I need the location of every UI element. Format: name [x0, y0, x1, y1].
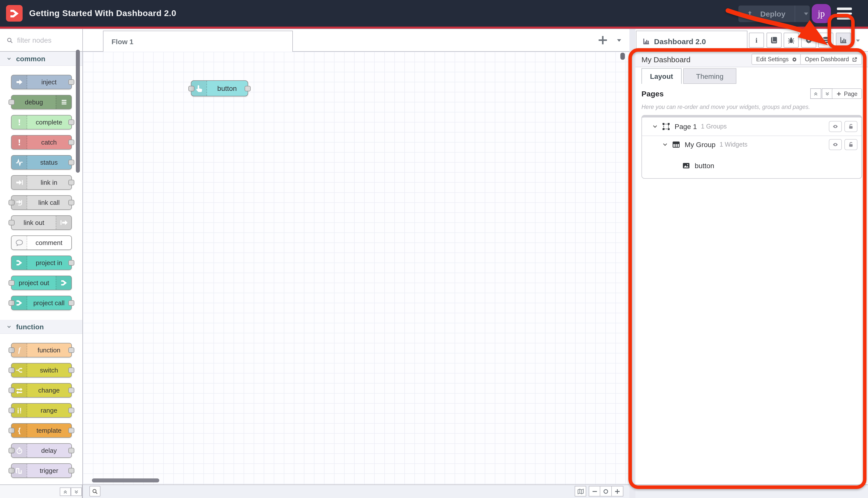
svg-text:{: { [18, 427, 21, 434]
lock-toggle-button[interactable] [844, 121, 857, 132]
zoom-out-button[interactable] [589, 486, 600, 497]
node-output-port [68, 408, 74, 413]
palette-node-label: link in [27, 176, 71, 189]
palette-node-project-in[interactable]: project in [11, 255, 72, 270]
palette-node-delay[interactable]: delay [11, 443, 72, 458]
zoom-in-button[interactable] [612, 486, 623, 497]
tree-row-page-1[interactable]: Page 11 Groups [642, 117, 861, 136]
palette-node-label: inject [27, 75, 71, 89]
palette-node-range[interactable]: range [11, 403, 72, 418]
add-page-button[interactable]: Page [832, 88, 862, 99]
sidebar-menu-caret[interactable] [855, 38, 861, 44]
arrow-right-icon [15, 78, 23, 86]
chart-icon [839, 36, 847, 44]
palette-scroll-area[interactable]: commoninjectdebugcompletecatchstatuslink… [0, 52, 82, 484]
palette-node-label: link out [12, 216, 56, 230]
palette-node-template[interactable]: {template [11, 423, 72, 438]
chevron-down-icon[interactable] [662, 142, 668, 148]
sidebar-tool-bug[interactable] [783, 32, 799, 48]
layout-tree: Page 11 GroupsMy Group1 Widgetsbutton [642, 115, 862, 179]
sidebar-splitter[interactable] [630, 29, 635, 498]
user-avatar[interactable]: jp [812, 4, 831, 23]
sidebar-tool-layers[interactable] [818, 32, 833, 48]
palette-node-switch[interactable]: switch [11, 363, 72, 378]
palette-expand-all-button[interactable] [71, 487, 82, 496]
node-icon-region [12, 116, 27, 129]
pages-heading: Pages [642, 89, 663, 98]
node-icon-region [12, 404, 27, 417]
visibility-toggle-button[interactable] [829, 121, 842, 132]
palette-node-link-out[interactable]: link out [11, 215, 72, 230]
open-dashboard-button[interactable]: Open Dashboard [801, 54, 862, 65]
palette-node-catch[interactable]: catch [11, 135, 72, 149]
caret-down-icon[interactable] [803, 10, 810, 17]
sidebar-tool-book[interactable] [766, 32, 781, 48]
main-menu-button[interactable] [837, 8, 852, 19]
palette-node-status[interactable]: status [11, 155, 72, 170]
sidebar-tool-chart[interactable] [835, 32, 851, 48]
sidebar-tool-gear[interactable] [801, 32, 816, 48]
plus-icon [837, 91, 841, 96]
minimap-button[interactable] [575, 486, 586, 497]
tree-row-my-group[interactable]: My Group1 Widgets [642, 136, 861, 153]
palette-node-comment[interactable]: comment [11, 235, 72, 250]
palette-node-inject[interactable]: inject [11, 75, 72, 89]
palette-node-link-call[interactable]: link call [11, 195, 72, 210]
deploy-button[interactable]: Deploy [738, 5, 810, 22]
palette-node-trigger[interactable]: trigger [11, 463, 72, 478]
node-output-port [68, 428, 74, 433]
palette-category-function[interactable]: function [0, 320, 82, 334]
sidebar-tab-dashboard[interactable]: Dashboard 2.0 [636, 31, 748, 52]
tab-theming[interactable]: Theming [683, 68, 736, 84]
layers-icon [822, 36, 830, 44]
tree-row-button[interactable]: button [642, 153, 861, 178]
canvas-horizontal-scrollbar[interactable] [92, 479, 159, 482]
palette-node-label: project out [12, 276, 56, 290]
node-icon-region [12, 75, 27, 89]
edit-settings-button[interactable]: Edit Settings [752, 54, 802, 65]
hand-pointer-icon [195, 84, 203, 93]
node-output-port [68, 468, 74, 473]
button-node[interactable]: button [191, 80, 248, 96]
minus-icon [592, 488, 597, 494]
node-icon-region [12, 256, 27, 270]
brace-icon: { [15, 427, 23, 434]
move-page-up-button[interactable] [810, 88, 821, 99]
palette-node-function[interactable]: ffunction [11, 343, 72, 357]
chevron-down-icon[interactable] [652, 123, 658, 130]
pages-description: Here you can re-order and move your widg… [642, 104, 810, 110]
palette-category-common[interactable]: common [0, 52, 82, 66]
node-icon-region [191, 81, 207, 96]
palette-node-label: complete [27, 116, 71, 129]
search-flows-button[interactable] [89, 486, 101, 497]
palette-scrollbar[interactable] [76, 50, 80, 173]
palette-node-complete[interactable]: complete [11, 115, 72, 130]
node-output-port[interactable] [245, 86, 251, 91]
tree-item-meta: 1 Widgets [720, 141, 748, 148]
canvas-footer [83, 484, 630, 498]
canvas-vertical-scrollbar[interactable] [620, 53, 625, 60]
palette-node-change[interactable]: change [11, 383, 72, 397]
tab-layout[interactable]: Layout [642, 68, 682, 84]
flow-list-button[interactable] [616, 37, 622, 44]
move-page-down-button[interactable] [822, 88, 833, 99]
tree-item-label: My Group [685, 141, 715, 148]
zoom-reset-button[interactable] [600, 486, 612, 497]
palette-node-debug[interactable]: debug [11, 95, 72, 109]
flow-tab[interactable]: Flow 1 [103, 31, 293, 52]
sidebar-tab-label: Dashboard 2.0 [654, 37, 706, 46]
palette-node-label: status [27, 156, 71, 169]
lock-toggle-button[interactable] [844, 139, 857, 150]
filter-nodes-input[interactable] [16, 36, 73, 45]
palette-node-link-in[interactable]: link in [11, 175, 72, 190]
add-flow-button[interactable] [597, 35, 608, 46]
palette-collapse-all-button[interactable] [60, 487, 71, 496]
sidebar-tool-info[interactable]: i [749, 32, 764, 48]
range-icon [15, 407, 23, 414]
palette-node-project-call[interactable]: project call [11, 296, 72, 310]
flow-canvas[interactable]: button [83, 52, 630, 484]
palette-node-project-out[interactable]: project out [11, 276, 72, 290]
visibility-toggle-button[interactable] [829, 139, 842, 150]
dashboard-tabs: Layout Theming [635, 68, 868, 86]
palette-search [0, 29, 82, 52]
